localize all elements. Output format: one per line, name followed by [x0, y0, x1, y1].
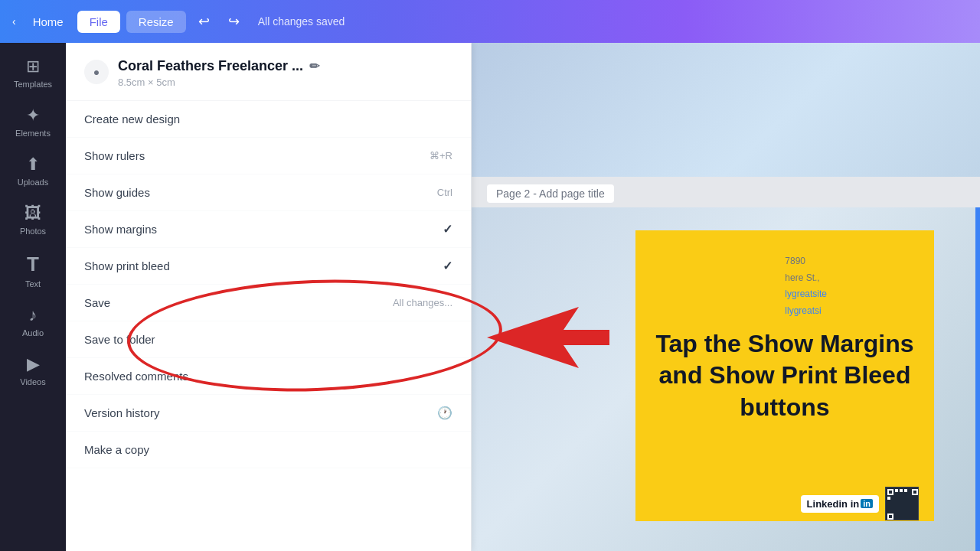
- sidebar-item-label: Text: [25, 279, 41, 289]
- edit-title-icon[interactable]: ✏: [309, 59, 319, 73]
- menu-item-label: Show print bleed: [84, 259, 170, 272]
- menu-item-shortcut: Ctrl: [437, 187, 452, 198]
- file-button[interactable]: File: [77, 11, 120, 33]
- svg-rect-4: [900, 489, 903, 492]
- menu-item-show-guides[interactable]: Show guides Ctrl: [66, 174, 471, 211]
- menu-item-label: Resolved comments: [84, 370, 188, 383]
- photos-icon: 🖼: [24, 204, 41, 223]
- sidebar: ⊞ Templates ✦ Elements ⬆ Uploads 🖼 Photo…: [0, 43, 66, 551]
- svg-rect-10: [889, 515, 892, 518]
- sidebar-item-videos[interactable]: ▶ Videos: [4, 347, 62, 394]
- linkedin-badge: Linkedin in in: [801, 495, 879, 513]
- main-area: ⊞ Templates ✦ Elements ⬆ Uploads 🖼 Photo…: [0, 43, 980, 551]
- videos-icon: ▶: [27, 354, 40, 374]
- sidebar-item-text[interactable]: T Text: [4, 245, 62, 296]
- menu-item-label: Show margins: [84, 223, 157, 236]
- file-dropdown: ● Coral Feathers Freelancer ... ✏ 8.5cm …: [66, 43, 472, 551]
- design-bottom-row: Linkedin in in: [801, 487, 919, 520]
- menu-item-label: Save: [84, 296, 110, 309]
- close-icon: ●: [93, 66, 100, 78]
- menu-item-show-rulers[interactable]: Show rulers ⌘+R: [66, 138, 471, 174]
- dropdown-title-area: Coral Feathers Freelancer ... ✏ 8.5cm × …: [118, 58, 452, 88]
- checkmark-icon: ✓: [443, 222, 452, 236]
- save-status: All changes saved: [258, 15, 345, 28]
- svg-marker-0: [487, 307, 609, 368]
- menu-item-version-history[interactable]: Version history 🕐: [66, 395, 471, 432]
- svg-rect-7: [913, 491, 916, 494]
- design-canvas[interactable]: Tap the Show Margins and Show Print Blee…: [472, 207, 980, 551]
- design-side-accent: [975, 207, 980, 551]
- sidebar-item-uploads[interactable]: ⬆ Uploads: [4, 147, 62, 194]
- sidebar-item-label: Uploads: [18, 178, 48, 187]
- topbar: ‹ Home File Resize ↩ ↪ All changes saved: [0, 0, 980, 43]
- dropdown-title: Coral Feathers Freelancer ... ✏: [118, 58, 452, 74]
- sidebar-item-label: Templates: [14, 80, 52, 89]
- contact-text-snippet: 7890 here St., lygreatsite llygreatsi: [785, 253, 827, 319]
- home-label: Home: [33, 15, 64, 28]
- linkedin-label: Linkedin in: [807, 498, 860, 510]
- sidebar-item-label: Elements: [15, 129, 51, 138]
- svg-rect-5: [904, 489, 907, 492]
- menu-item-label: Version history: [84, 406, 159, 419]
- undo-button[interactable]: ↩: [192, 10, 216, 33]
- sidebar-item-label: Audio: [22, 328, 44, 337]
- menu-item-label: Make a copy: [84, 443, 149, 456]
- menu-item-create-new-design[interactable]: Create new design: [66, 101, 471, 138]
- menu-item-shortcut: ⌘+R: [430, 150, 452, 161]
- design-dimensions: 8.5cm × 5cm: [118, 77, 452, 88]
- menu-item-label: Show guides: [84, 186, 150, 199]
- uploads-icon: ⬆: [26, 155, 40, 174]
- page-2-label[interactable]: Page 2 - Add page title: [487, 184, 614, 203]
- qr-code-placeholder: [885, 487, 919, 520]
- save-status-inline: All changes...: [393, 297, 452, 308]
- menu-item-label: Create new design: [84, 112, 180, 126]
- sidebar-item-photos[interactable]: 🖼 Photos: [4, 196, 62, 243]
- red-arrow: [487, 299, 609, 379]
- menu-item-label: Save to folder: [84, 333, 155, 346]
- redo-button[interactable]: ↪: [222, 10, 246, 33]
- audio-icon: ♪: [29, 305, 38, 325]
- menu-item-save[interactable]: Save All changes...: [66, 285, 471, 321]
- menu-item-resolved-comments[interactable]: Resolved comments: [66, 358, 471, 395]
- menu-item-label: Show rulers: [84, 149, 145, 162]
- linkedin-in-icon: in: [861, 499, 873, 508]
- dropdown-close-button[interactable]: ●: [84, 60, 109, 84]
- sidebar-item-templates[interactable]: ⊞ Templates: [4, 49, 62, 96]
- design-title-text: Coral Feathers Freelancer ...: [118, 58, 303, 74]
- menu-item-save-to-folder[interactable]: Save to folder: [66, 321, 471, 358]
- callout-text: Tap the Show Margins and Show Print Blee…: [654, 328, 916, 424]
- dropdown-menu: Create new design Show rulers ⌘+R Show g…: [66, 101, 471, 551]
- menu-item-show-print-bleed[interactable]: Show print bleed ✓: [66, 248, 471, 285]
- sidebar-item-audio[interactable]: ♪ Audio: [4, 298, 62, 345]
- home-button[interactable]: Home: [25, 11, 71, 33]
- resize-button[interactable]: Resize: [126, 11, 186, 33]
- menu-item-show-margins[interactable]: Show margins ✓: [66, 211, 471, 248]
- text-icon: T: [27, 253, 39, 276]
- back-chevron-icon: ‹: [12, 15, 16, 28]
- checkmark-icon: ✓: [443, 259, 452, 273]
- page-1-preview: [472, 43, 980, 177]
- canvas-area: Page 2 - Add page title Tap the Show Mar…: [472, 43, 980, 551]
- svg-rect-2: [889, 491, 892, 494]
- svg-rect-3: [895, 489, 898, 492]
- svg-rect-8: [887, 497, 890, 500]
- version-history-icon: 🕐: [437, 406, 452, 420]
- sidebar-item-label: Photos: [20, 227, 46, 236]
- elements-icon: ✦: [26, 106, 40, 126]
- menu-item-make-a-copy[interactable]: Make a copy: [66, 432, 471, 468]
- page-2-label-text: Page 2 - Add page title: [496, 187, 605, 200]
- sidebar-item-elements[interactable]: ✦ Elements: [4, 98, 62, 145]
- sidebar-item-label: Videos: [20, 377, 45, 386]
- templates-icon: ⊞: [26, 57, 40, 77]
- dropdown-header: ● Coral Feathers Freelancer ... ✏ 8.5cm …: [66, 43, 471, 101]
